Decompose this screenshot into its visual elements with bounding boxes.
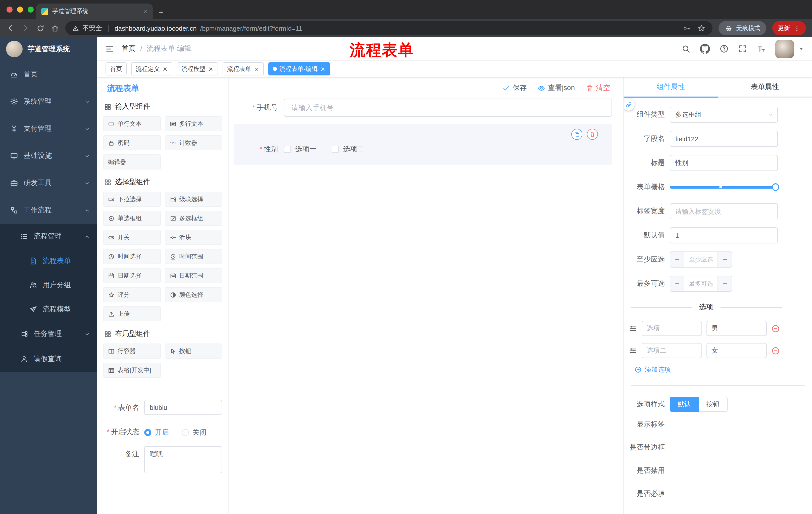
- minus-button[interactable]: [670, 276, 685, 291]
- search-icon[interactable]: [682, 44, 690, 53]
- tag-process-form-edit[interactable]: 流程表单-编辑: [268, 62, 330, 76]
- browser-tab[interactable]: 芋道管理系统: [36, 3, 153, 19]
- component-row-container[interactable]: 行容器: [103, 344, 161, 359]
- sidebar-item-home[interactable]: 首页: [0, 61, 97, 88]
- component-time-range[interactable]: 时间范围: [165, 249, 222, 264]
- address-bar[interactable]: 不安全 dashboard.yudao.iocoder.cn /bpm/mana…: [65, 21, 713, 35]
- style-button-button[interactable]: 按钮: [699, 397, 728, 412]
- tag-process-form[interactable]: 流程表单: [223, 62, 264, 76]
- drag-handle-icon[interactable]: [629, 346, 637, 355]
- tag-home[interactable]: 首页: [106, 62, 127, 76]
- gender-option-1-checkbox[interactable]: 选项一: [284, 145, 317, 154]
- close-icon[interactable]: [320, 66, 326, 72]
- window-minimize-button[interactable]: [17, 6, 23, 12]
- component-cascader[interactable]: 级联选择: [165, 192, 222, 207]
- remove-option-icon[interactable]: [771, 324, 780, 333]
- slider-handle[interactable]: [772, 183, 779, 191]
- kebab-menu-icon[interactable]: [793, 25, 801, 32]
- phone-input[interactable]: [284, 99, 612, 117]
- delete-widget-button[interactable]: [587, 129, 598, 140]
- max-select-input[interactable]: [685, 276, 718, 291]
- drag-handle-icon[interactable]: [629, 324, 637, 333]
- option-value-input[interactable]: [706, 321, 767, 336]
- form-name-input[interactable]: [144, 400, 222, 415]
- component-rate[interactable]: 评分: [103, 287, 161, 302]
- option-value-input[interactable]: [706, 343, 767, 358]
- home-icon[interactable]: [51, 24, 59, 32]
- plus-button[interactable]: [718, 276, 732, 291]
- close-icon[interactable]: [208, 66, 213, 72]
- add-option-button[interactable]: 添加选项: [635, 365, 812, 374]
- label-width-input[interactable]: [670, 203, 778, 219]
- sidebar-item-infrastructure[interactable]: 基础设施: [0, 142, 97, 169]
- min-select-input[interactable]: [685, 252, 718, 267]
- minus-button[interactable]: [670, 252, 685, 267]
- status-off-radio[interactable]: 关闭: [182, 428, 206, 437]
- sidebar-item-user-groups[interactable]: 用户分组: [0, 273, 97, 297]
- view-json-button[interactable]: 查看json: [538, 83, 575, 92]
- fullscreen-icon[interactable]: [738, 44, 747, 53]
- window-zoom-button[interactable]: [28, 6, 34, 12]
- tag-process-model[interactable]: 流程模型: [177, 62, 218, 76]
- default-value-input[interactable]: [670, 227, 778, 243]
- tab-form-props[interactable]: 表单属性: [718, 77, 812, 97]
- close-icon[interactable]: [162, 66, 168, 72]
- component-button[interactable]: 按钮: [165, 344, 222, 359]
- close-icon[interactable]: [254, 66, 259, 72]
- phone-field[interactable]: *手机号: [234, 99, 612, 117]
- sidebar-item-system[interactable]: 系统管理: [0, 88, 97, 115]
- save-button[interactable]: 保存: [503, 83, 527, 92]
- browser-update-button[interactable]: 更新: [772, 21, 806, 35]
- component-type-select[interactable]: 多选框组: [670, 107, 778, 123]
- component-counter[interactable]: 123计数器: [165, 135, 222, 151]
- option-label-input[interactable]: [642, 321, 702, 336]
- component-select[interactable]: 下拉选择: [103, 192, 161, 207]
- clear-button[interactable]: 清空: [586, 83, 610, 92]
- avatar-caret-icon[interactable]: [799, 46, 804, 52]
- doc-link-icon[interactable]: [623, 99, 635, 111]
- component-slider[interactable]: 滑块: [165, 230, 222, 245]
- component-upload[interactable]: 上传: [103, 306, 161, 321]
- help-icon[interactable]: [720, 44, 729, 53]
- github-icon[interactable]: [700, 44, 710, 54]
- component-date-picker[interactable]: 日期选择: [103, 268, 161, 283]
- sidebar-item-task-management[interactable]: 任务管理: [0, 321, 97, 347]
- sidebar-item-workflow[interactable]: 工作流程: [0, 197, 97, 224]
- breadcrumb-home[interactable]: 首页: [122, 44, 136, 53]
- new-tab-button[interactable]: [158, 9, 164, 16]
- component-multi-line-text[interactable]: 多行文本: [165, 116, 222, 131]
- sidebar-item-process-management[interactable]: 流程管理: [0, 224, 97, 249]
- copy-widget-button[interactable]: [571, 129, 582, 140]
- gender-option-2-checkbox[interactable]: 选项二: [331, 145, 364, 154]
- sidebar-item-process-model[interactable]: 流程模型: [0, 297, 97, 321]
- hamburger-icon[interactable]: [105, 44, 115, 54]
- component-checkbox-group[interactable]: 多选框组: [165, 211, 222, 226]
- component-color-picker[interactable]: 颜色选择: [165, 287, 222, 302]
- sidebar-item-leave-query[interactable]: 请假查询: [0, 347, 97, 372]
- key-icon[interactable]: [683, 24, 690, 32]
- font-size-icon[interactable]: [757, 44, 766, 53]
- remove-option-icon[interactable]: [771, 346, 780, 355]
- sidebar-item-devtools[interactable]: 研发工具: [0, 169, 97, 197]
- field-name-input[interactable]: [670, 131, 778, 147]
- plus-button[interactable]: [718, 252, 732, 267]
- slider-track[interactable]: [670, 186, 778, 188]
- component-switch[interactable]: 开关: [103, 230, 161, 245]
- tab-close-icon[interactable]: [143, 9, 148, 14]
- component-editor[interactable]: 编辑器: [103, 154, 161, 169]
- security-label[interactable]: 不安全: [82, 24, 102, 33]
- tab-component-props[interactable]: 组件属性: [624, 77, 718, 97]
- back-icon[interactable]: [6, 24, 15, 33]
- title-input[interactable]: [670, 155, 778, 171]
- component-radio-group[interactable]: 单选框组: [103, 211, 161, 226]
- window-close-button[interactable]: [6, 6, 12, 12]
- option-label-input[interactable]: [642, 343, 702, 358]
- sidebar-item-payment[interactable]: 支付管理: [0, 115, 97, 142]
- forward-icon[interactable]: [21, 24, 30, 33]
- component-password[interactable]: 密码: [103, 135, 161, 151]
- component-date-range[interactable]: 日期范围: [165, 268, 222, 283]
- tag-process-definition[interactable]: 流程定义: [131, 62, 172, 76]
- reload-icon[interactable]: [36, 24, 45, 32]
- remark-textarea[interactable]: [144, 446, 222, 473]
- bookmark-star-icon[interactable]: [697, 24, 705, 32]
